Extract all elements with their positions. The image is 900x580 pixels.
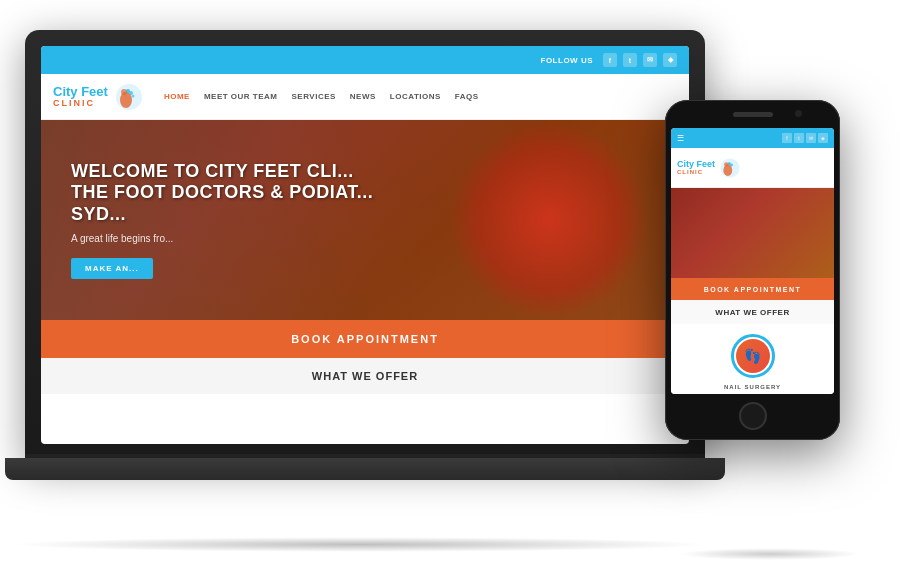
laptop-frame: FOLLOW US f t ✉ ◈ City Feet CLINIC: [25, 30, 705, 460]
phone-nav-bar: ☰ f t ✉ ◈: [671, 128, 834, 148]
hero-content: WELCOME TO CITY FEET CLI... THE FOOT DOC…: [41, 141, 403, 300]
nav-meet-team[interactable]: MEET OUR TEAM: [204, 92, 278, 101]
phone-hamburger-icon[interactable]: ☰: [677, 134, 684, 143]
rss-icon[interactable]: ◈: [663, 53, 677, 67]
phone-nail-icon: 👣: [736, 339, 770, 373]
svg-point-4: [129, 91, 133, 95]
phone-social-icons: f t ✉ ◈: [782, 133, 828, 143]
hero-flowers: [449, 120, 649, 320]
phone-what-offer: WHAT WE OFFER: [671, 300, 834, 324]
phone-rss-icon[interactable]: ◈: [818, 133, 828, 143]
phone-hero: [671, 188, 834, 278]
logo-main-text: City Feet: [53, 85, 108, 98]
phone-camera: [795, 110, 802, 117]
laptop-screen: FOLLOW US f t ✉ ◈ City Feet CLINIC: [41, 46, 689, 444]
logo-sub-text: CLINIC: [53, 98, 108, 108]
hero-subtitle: A great life begins fro...: [71, 233, 373, 244]
phone-logo-main: City Feet: [677, 160, 715, 169]
phone-nail-label: NAIL SURGERY: [724, 384, 781, 390]
twitter-icon[interactable]: t: [623, 53, 637, 67]
phone-nail-section: 👣 NAIL SURGERY: [671, 324, 834, 394]
hero-title: WELCOME TO CITY FEET CLI... THE FOOT DOC…: [71, 161, 373, 226]
what-we-offer-text: WHAT WE OFFER: [312, 370, 418, 382]
nav-services[interactable]: SERVICES: [292, 92, 336, 101]
nav-faqs[interactable]: FAQS: [455, 92, 479, 101]
svg-point-8: [724, 162, 728, 166]
phone-hero-overlay: [671, 188, 834, 278]
nav-home[interactable]: HOME: [164, 92, 190, 101]
laptop-base: [5, 458, 725, 480]
mail-icon[interactable]: ✉: [643, 53, 657, 67]
book-banner[interactable]: BOOK APPOINTMENT: [41, 320, 689, 358]
phone-device: ☰ f t ✉ ◈ City Feet CLINIC: [665, 100, 840, 440]
logo-foot-icon: [114, 82, 144, 112]
main-nav: HOME MEET OUR TEAM SERVICES NEWS LOCATIO…: [164, 92, 479, 101]
make-appointment-button[interactable]: MAKE AN...: [71, 258, 153, 279]
phone-logo-icon: [719, 157, 741, 179]
phone-mail-icon[interactable]: ✉: [806, 133, 816, 143]
what-we-offer-strip: WHAT WE OFFER: [41, 358, 689, 394]
laptop-device: FOLLOW US f t ✉ ◈ City Feet CLINIC: [25, 30, 705, 530]
phone-header: City Feet CLINIC: [671, 148, 834, 188]
book-banner-text: BOOK APPOINTMENT: [291, 333, 439, 345]
svg-point-5: [131, 94, 134, 97]
phone-shadow: [680, 548, 860, 560]
phone-book-text: BOOK APPOINTMENT: [704, 286, 802, 293]
laptop-shadow: [10, 537, 710, 552]
phone-facebook-icon[interactable]: f: [782, 133, 792, 143]
logo-area: City Feet CLINIC: [53, 82, 144, 112]
phone-nail-circle: 👣: [731, 334, 775, 378]
phone-twitter-icon[interactable]: t: [794, 133, 804, 143]
scene: FOLLOW US f t ✉ ◈ City Feet CLINIC: [0, 0, 900, 580]
nav-news[interactable]: NEWS: [350, 92, 376, 101]
follow-us-label: FOLLOW US: [541, 56, 594, 65]
phone-home-button[interactable]: [739, 402, 767, 430]
phone-book-banner[interactable]: BOOK APPOINTMENT: [671, 278, 834, 300]
svg-point-2: [121, 89, 127, 95]
svg-point-10: [730, 163, 733, 166]
phone-screen: ☰ f t ✉ ◈ City Feet CLINIC: [671, 128, 834, 394]
hero-section: WELCOME TO CITY FEET CLI... THE FOOT DOC…: [41, 120, 689, 320]
phone-logo-sub: CLINIC: [677, 169, 715, 175]
nav-locations[interactable]: LOCATIONS: [390, 92, 441, 101]
phone-speaker: [733, 112, 773, 117]
facebook-icon[interactable]: f: [603, 53, 617, 67]
site-header: City Feet CLINIC HOME: [41, 74, 689, 120]
site-nav-top: FOLLOW US f t ✉ ◈: [41, 46, 689, 74]
phone-what-offer-text: WHAT WE OFFER: [715, 308, 789, 317]
